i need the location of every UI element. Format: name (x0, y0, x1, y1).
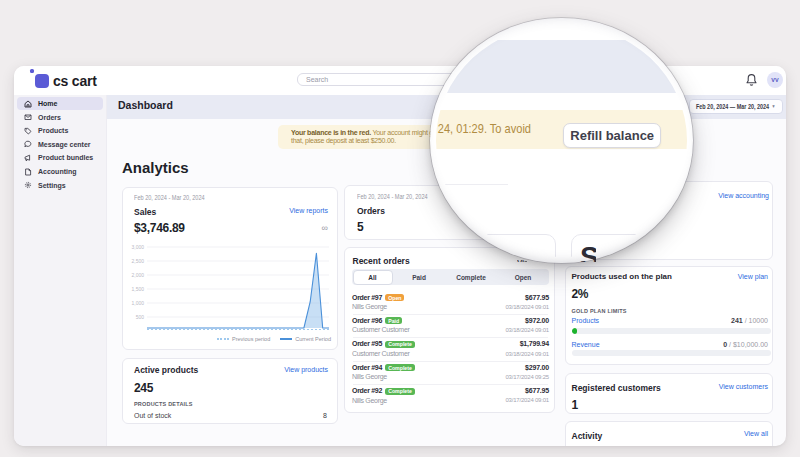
orders-icon (24, 113, 32, 121)
icon-path (25, 141, 31, 147)
order-customer: Nills George (352, 303, 387, 310)
fragment-text: View (517, 259, 527, 263)
banner-line2: that, please deposit at least $250.00. (291, 137, 396, 144)
plan-revenue-label[interactable]: Revenue (572, 341, 600, 348)
accounting-doc-icon (24, 168, 32, 176)
brand-logo-icon (35, 74, 49, 88)
plan-products-value: 241 / 10000 (731, 317, 768, 324)
icon-path (25, 101, 31, 107)
order-id: Order #97 (352, 294, 382, 301)
view-all-link[interactable]: View all (744, 430, 768, 437)
out-of-stock-label: Out of stock (134, 412, 171, 419)
tab-paid[interactable]: Paid (393, 269, 445, 285)
order-customer: Customer Customer (352, 326, 410, 333)
chart-ytick-label: 1,000 (131, 300, 144, 306)
legend-previous-label: Previous period (232, 336, 270, 342)
customers-card: Registered customers View customers 1 (565, 373, 773, 414)
sales-chart: 3,0002,5002,0001,5001,000500 (131, 242, 331, 334)
tab-open[interactable]: Open (497, 269, 549, 285)
sidebar-item-products[interactable]: Products (17, 124, 103, 137)
lens-faint-line (436, 184, 508, 185)
notification-bell-icon[interactable] (745, 73, 758, 87)
icon-path (747, 75, 756, 83)
icon-path (25, 182, 30, 187)
active-products-card: Active products View products 245 PRODUC… (122, 358, 338, 424)
sidebar-item-settings[interactable]: Settings (17, 179, 103, 192)
sales-title: Sales (134, 207, 156, 217)
sidebar-item-home[interactable]: Home (17, 97, 103, 110)
tab-all[interactable]: All (353, 270, 393, 285)
glyph-text: S (580, 247, 596, 263)
sidebar-item-accounting[interactable]: Accounting (17, 165, 103, 178)
order-date: 03/17/2024 09:01 (505, 397, 549, 403)
plan-card: Products used on the plan View plan 2% G… (565, 266, 773, 365)
sales-amount: $3,746.89 (134, 221, 185, 235)
sidebar-item-label: Accounting (38, 168, 77, 175)
icon-path (25, 128, 31, 134)
order-status-badge: Open (385, 294, 404, 301)
order-date: 03/18/2024 09:01 (505, 304, 549, 310)
magnifier-lens: suspended on Mar 24, 01:29. To avoid Ref… (430, 18, 693, 264)
icon-path (25, 155, 30, 160)
legend-current-swatch (280, 338, 292, 340)
chart-ytick-label: 500 (136, 314, 145, 320)
order-date: 03/17/2024 09:25 (505, 374, 549, 380)
plan-products-label[interactable]: Products (572, 317, 600, 324)
clipped-text-fragment: View (517, 259, 527, 263)
infinity-icon[interactable]: ∞ (322, 224, 328, 233)
page-title: Dashboard (118, 99, 173, 111)
view-plan-link[interactable]: View plan (738, 273, 768, 280)
order-row[interactable]: Order #92CompleteNills George$677.9503/1… (345, 385, 556, 408)
order-id: Order #96 (352, 317, 382, 324)
tab-complete[interactable]: Complete (445, 269, 497, 285)
order-row[interactable]: Order #96PaidCustomer Customer$972.0003/… (345, 315, 556, 338)
brand-name: cs cart (53, 73, 97, 89)
date-range-picker[interactable]: Feb 20, 2024 — Mar 20, 2024▼ (689, 99, 783, 114)
view-reports-link[interactable]: View reports (289, 207, 328, 214)
order-row[interactable]: Order #97OpenNills George$677.9503/18/20… (345, 292, 556, 315)
message-bubble-icon (24, 140, 32, 148)
lens-refill-balance-button[interactable]: Refill balance (563, 123, 661, 148)
recent-orders-title: Recent orders (353, 256, 410, 266)
sidebar-item-label: Orders (38, 114, 61, 121)
sidebar-item-orders[interactable]: Orders (17, 111, 103, 124)
chart-ytick-label: 3,000 (131, 244, 144, 250)
order-row[interactable]: Order #94CompleteNills George$297.0003/1… (345, 362, 556, 385)
chart-legend: Previous period Current Period (207, 336, 331, 342)
chart-ytick-label: 1,500 (131, 286, 144, 292)
plan-title: Products used on the plan (572, 272, 672, 281)
lens-big-glyph: S (580, 247, 596, 263)
plan-percent: 2% (572, 287, 589, 301)
icon-path (27, 184, 29, 186)
icon-path (26, 129, 27, 130)
out-of-stock-value: 8 (323, 412, 327, 419)
order-customer: Nills George (352, 373, 387, 380)
sidebar-item-message-center[interactable]: Message center (17, 138, 103, 151)
sidebar-item-label: Settings (38, 182, 66, 189)
sidebar-item-product-bundles[interactable]: Product bundles (17, 151, 103, 164)
plan-used-value: 241 (731, 317, 743, 324)
brand-logo-dot-icon (30, 69, 34, 73)
sidebar-item-label: Message center (38, 141, 91, 148)
plan-products-progress (572, 328, 771, 334)
plan-limit-value: / $10,000.00 (727, 341, 768, 348)
view-accounting-link[interactable]: View accounting (718, 192, 769, 199)
user-avatar[interactable]: VV (767, 72, 783, 88)
products-tag-icon (24, 127, 32, 135)
sales-date-range: Feb 20, 2024 - Mar 20, 2024 (134, 194, 205, 201)
order-total: $972.00 (525, 317, 549, 324)
order-status-badge: Paid (385, 317, 402, 324)
sidebar-item-label: Home (38, 100, 57, 107)
analytics-heading: Analytics (122, 159, 189, 176)
orders-title: Orders (357, 206, 385, 216)
orders-date-range: Feb 20, 2024 - Mar 20, 2024 (357, 193, 428, 200)
activity-card: Activity View all (565, 421, 773, 446)
order-status-badge: Complete (385, 341, 415, 348)
active-products-count: 245 (134, 381, 153, 395)
view-customers-link[interactable]: View customers (719, 383, 768, 390)
order-row[interactable]: Order #95CompleteCustomer Customer$1,799… (345, 338, 556, 361)
view-products-link[interactable]: View products (284, 366, 328, 373)
sales-card: Feb 20, 2024 - Mar 20, 2024 Sales View r… (122, 187, 338, 350)
orders-count: 5 (357, 220, 363, 234)
megaphone-icon (24, 154, 32, 162)
